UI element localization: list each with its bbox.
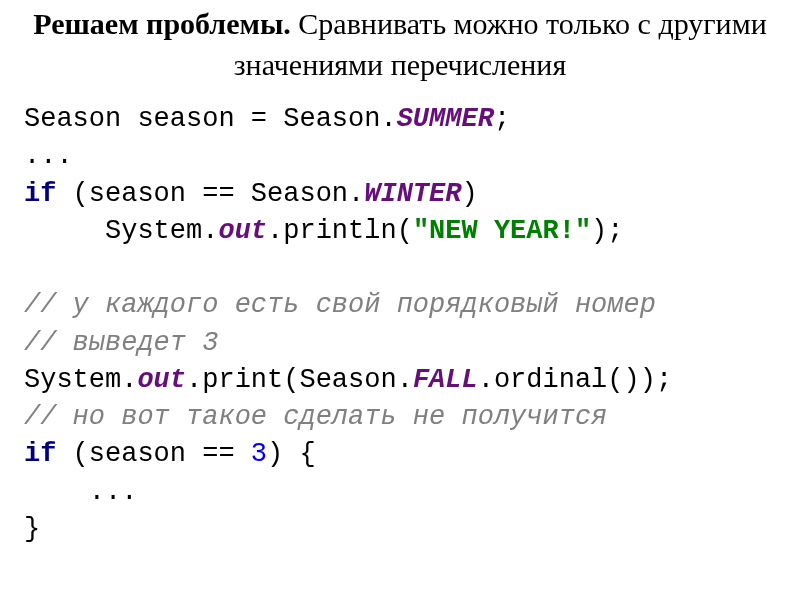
code-text: Season season = Season. xyxy=(24,104,397,134)
code-text: ); xyxy=(591,216,623,246)
comment-line: // у каждого есть свой порядковый номер xyxy=(24,290,656,320)
code-text: .print(Season. xyxy=(186,365,413,395)
code-text: ... xyxy=(24,477,137,507)
code-text: .println( xyxy=(267,216,413,246)
enum-winter: WINTER xyxy=(364,179,461,209)
code-text: ; xyxy=(494,104,510,134)
field-out: out xyxy=(137,365,186,395)
number-literal: 3 xyxy=(251,439,267,469)
enum-fall: FALL xyxy=(413,365,478,395)
code-text: (season == Season. xyxy=(56,179,364,209)
field-out: out xyxy=(218,216,267,246)
code-text: System. xyxy=(24,216,218,246)
heading-rest: Сравнивать можно только с другими значен… xyxy=(234,7,767,81)
comment-line: // но вот такое сделать не получится xyxy=(24,402,607,432)
string-literal: "NEW YEAR!" xyxy=(413,216,591,246)
code-block: Season season = Season.SUMMER; ... if (s… xyxy=(0,95,800,554)
slide-heading: Решаем проблемы. Сравнивать можно только… xyxy=(0,0,800,95)
code-text: ) { xyxy=(267,439,316,469)
heading-bold: Решаем проблемы. xyxy=(33,7,291,40)
blank-line xyxy=(24,253,40,283)
enum-summer: SUMMER xyxy=(397,104,494,134)
code-text: ... xyxy=(24,141,73,171)
comment-line: // выведет 3 xyxy=(24,328,218,358)
code-text: .ordinal()); xyxy=(478,365,672,395)
code-text: System. xyxy=(24,365,137,395)
code-text: ) xyxy=(461,179,477,209)
keyword-if: if xyxy=(24,179,56,209)
code-text: } xyxy=(24,514,40,544)
code-text: (season == xyxy=(56,439,250,469)
keyword-if: if xyxy=(24,439,56,469)
